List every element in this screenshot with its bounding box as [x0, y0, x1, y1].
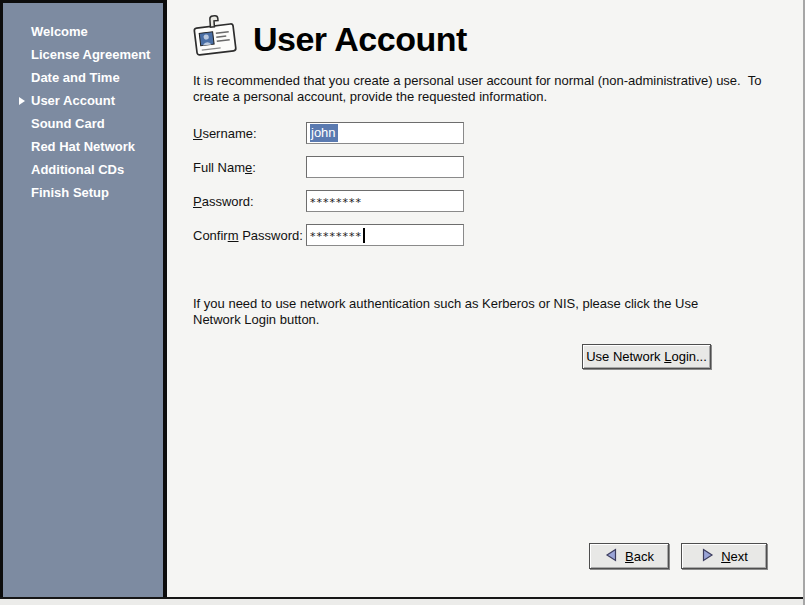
sidebar-item-label: Sound Card: [31, 116, 105, 131]
sidebar-item-label: Additional CDs: [31, 162, 124, 177]
username-input[interactable]: john: [306, 122, 464, 144]
sidebar-item-label: Welcome: [31, 24, 88, 39]
back-arrow-icon: [604, 547, 619, 566]
intro-text: It is recommended that you create a pers…: [193, 73, 768, 105]
confirm-password-masked-value: ********: [310, 228, 362, 243]
sidebar-item-red-hat-network: Red Hat Network: [3, 135, 163, 158]
main-panel: User Account It is recommended that you …: [167, 0, 803, 597]
full-name-label: Full Name:: [193, 160, 306, 175]
sidebar-item-date-and-time: Date and Time: [3, 66, 163, 89]
confirm-password-input[interactable]: ********: [306, 224, 464, 246]
sidebar-item-label: Date and Time: [31, 70, 120, 85]
back-button-label: Back: [625, 549, 654, 564]
password-row: Password: ********: [193, 190, 464, 212]
page-header: User Account: [190, 13, 467, 65]
firstboot-window: Welcome License Agreement Date and Time …: [0, 0, 805, 605]
setup-steps-sidebar: Welcome License Agreement Date and Time …: [3, 3, 163, 597]
sidebar-item-welcome: Welcome: [3, 20, 163, 43]
sidebar-frame: Welcome License Agreement Date and Time …: [0, 0, 167, 597]
text-cursor: [363, 228, 365, 243]
username-label: Username:: [193, 126, 306, 141]
sidebar-item-label: Red Hat Network: [31, 139, 135, 154]
sidebar-item-finish-setup: Finish Setup: [3, 181, 163, 204]
network-auth-text: If you need to use network authenticatio…: [193, 296, 703, 328]
sidebar-item-label: License Agreement: [31, 47, 150, 62]
username-selected-text: john: [310, 124, 338, 142]
sidebar-item-label: User Account: [31, 93, 115, 108]
username-row: Username: john: [193, 122, 464, 144]
use-network-login-button[interactable]: Use Network Login...: [582, 344, 711, 369]
sidebar-item-additional-cds: Additional CDs: [3, 158, 163, 181]
password-masked-value: ********: [310, 194, 362, 209]
sidebar-item-sound-card: Sound Card: [3, 112, 163, 135]
next-button[interactable]: Next: [681, 543, 767, 569]
confirm-password-label: Confirm Password:: [193, 228, 306, 243]
confirm-password-row: Confirm Password: ********: [193, 224, 464, 246]
full-name-input[interactable]: [306, 156, 464, 178]
sidebar-item-license-agreement: License Agreement: [3, 43, 163, 66]
password-label: Password:: [193, 194, 306, 209]
password-input[interactable]: ********: [306, 190, 464, 212]
use-network-login-label: Use Network Login...: [586, 349, 707, 364]
id-badge-icon: [190, 13, 240, 65]
next-button-label: Next: [721, 549, 748, 564]
sidebar-item-label: Finish Setup: [31, 185, 109, 200]
active-step-arrow-icon: [19, 97, 25, 105]
back-button[interactable]: Back: [589, 543, 669, 569]
sidebar-item-user-account: User Account: [3, 89, 163, 112]
page-title: User Account: [253, 15, 467, 63]
next-arrow-icon: [700, 547, 715, 566]
full-name-row: Full Name:: [193, 156, 464, 178]
window-content: Welcome License Agreement Date and Time …: [0, 0, 803, 599]
